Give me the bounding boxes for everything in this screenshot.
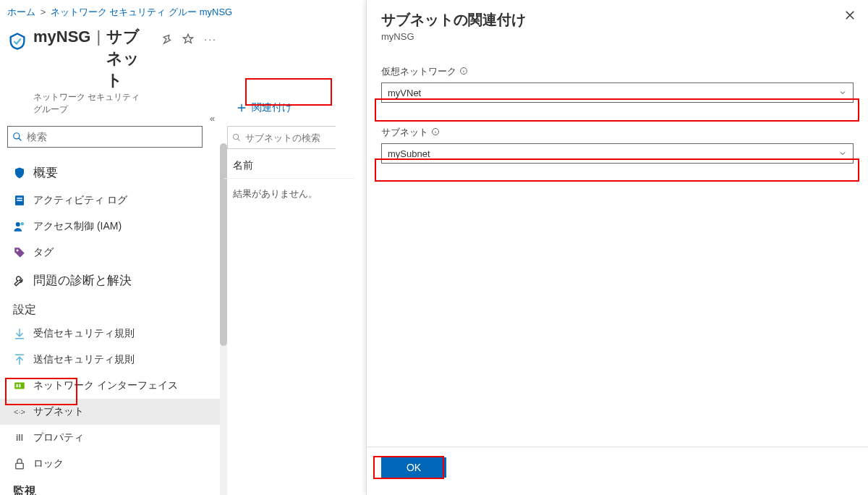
search-icon	[232, 132, 241, 143]
svg-point-0	[14, 133, 20, 139]
resource-type: ネットワーク セキュリティ グループ	[33, 91, 148, 116]
nav-inbound-rules[interactable]: 受信セキュリティ規則	[0, 321, 224, 347]
no-results-text: 結果がありません。	[224, 179, 354, 209]
breadcrumb-nsg-list[interactable]: ネットワーク セキュリティ グルー	[51, 7, 197, 17]
subnet-icon: <·>	[13, 405, 26, 418]
svg-point-6	[17, 250, 19, 252]
search-icon	[12, 132, 22, 142]
nav-outbound-rules[interactable]: 送信セキュリティ規則	[0, 347, 224, 373]
info-icon[interactable]	[431, 127, 440, 138]
inbound-icon	[13, 327, 26, 340]
nic-icon	[13, 379, 26, 392]
lock-icon	[13, 457, 26, 470]
properties-icon: ill	[13, 431, 26, 444]
associate-subnet-pane: サブネットの関連付け myNSG 仮想ネットワーク myVNet サブネット m…	[366, 0, 868, 495]
resource-name: myNSG	[33, 28, 90, 46]
more-icon[interactable]: ···	[204, 33, 217, 47]
subnet-search-input[interactable]	[245, 132, 331, 143]
nav-diagnose[interactable]: 問題の診断と解決	[0, 266, 224, 295]
column-name-header: 名前	[224, 149, 354, 179]
breadcrumb-sep: >	[41, 7, 46, 17]
nav-overview[interactable]: 概要	[0, 158, 224, 187]
nav-subnets[interactable]: <·> サブネット	[0, 399, 224, 425]
plus-icon	[236, 102, 247, 114]
close-icon[interactable]	[843, 9, 856, 24]
nav-iam[interactable]: アクセス制御 (IAM)	[0, 213, 224, 240]
page-title: myNSG | サブネット	[33, 26, 148, 91]
pane-title: サブネットの関連付け	[381, 10, 854, 30]
subnet-value: mySubnet	[388, 148, 430, 159]
nav-section-monitor: 監視	[0, 477, 224, 495]
log-icon	[13, 194, 26, 207]
breadcrumb-current[interactable]: myNSG	[200, 7, 233, 17]
tag-icon	[13, 246, 26, 259]
chevron-down-icon	[838, 88, 847, 97]
people-icon	[13, 220, 26, 233]
outbound-icon	[13, 353, 26, 366]
subnet-search[interactable]	[227, 126, 336, 149]
subnet-label: サブネット	[381, 126, 854, 139]
shield-icon	[13, 166, 26, 179]
svg-point-5	[21, 222, 25, 226]
ok-button[interactable]: OK	[381, 457, 446, 478]
info-icon[interactable]	[459, 67, 468, 77]
svg-rect-9	[19, 384, 20, 388]
pin-icon[interactable]	[161, 33, 172, 47]
subnet-dropdown[interactable]: mySubnet	[381, 143, 854, 164]
vnet-value: myVNet	[388, 88, 421, 98]
wrench-icon	[13, 274, 26, 287]
nav-properties[interactable]: ill プロパティ	[0, 425, 224, 451]
star-icon[interactable]	[182, 33, 194, 47]
svg-rect-10	[16, 463, 24, 469]
vnet-dropdown[interactable]: myVNet	[381, 82, 854, 103]
chevron-down-icon	[838, 149, 847, 158]
nav-activity-log[interactable]: アクティビティ ログ	[0, 187, 224, 213]
nav-tags[interactable]: タグ	[0, 240, 224, 266]
breadcrumb-home[interactable]: ホーム	[7, 7, 35, 17]
nav-search[interactable]	[7, 126, 203, 148]
svg-point-4	[16, 222, 20, 227]
nav-search-input[interactable]	[27, 131, 197, 143]
pane-divider	[367, 447, 868, 447]
svg-rect-3	[17, 200, 22, 201]
associate-button[interactable]: 関連付け	[227, 97, 301, 119]
vnet-label: 仮想ネットワーク	[381, 65, 854, 78]
nav-network-interfaces[interactable]: ネットワーク インターフェイス	[0, 373, 224, 399]
svg-rect-2	[17, 198, 22, 199]
nsg-icon	[7, 30, 27, 52]
pane-subtitle: myNSG	[381, 31, 854, 42]
collapse-nav-icon[interactable]: «	[210, 113, 215, 124]
nav-section-settings: 設定	[0, 295, 224, 321]
resource-section: サブネット	[106, 26, 148, 91]
svg-rect-8	[17, 384, 18, 388]
nav-locks[interactable]: ロック	[0, 451, 224, 477]
svg-point-11	[234, 134, 239, 139]
